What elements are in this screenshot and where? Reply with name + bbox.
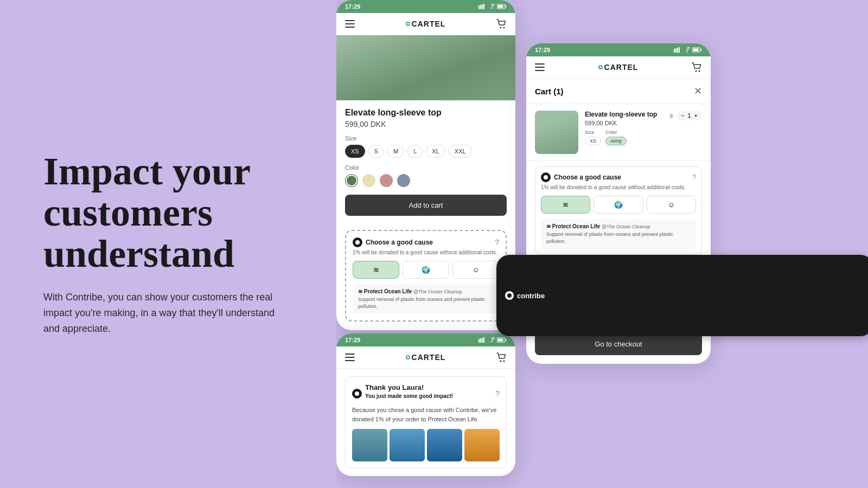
status-time: 17:29	[345, 3, 360, 10]
cart-widget-subtitle: 1% will be donated to a good cause witho…	[541, 184, 696, 190]
globe-icon: 🌍	[422, 266, 430, 274]
svg-rect-17	[482, 338, 483, 343]
color-blue[interactable]	[397, 174, 410, 187]
thank-title: Thank you Laura!	[365, 383, 453, 391]
cart-cause-globe-btn[interactable]: 🌍	[593, 196, 643, 214]
main-heading: Impact your customers understand	[43, 151, 293, 274]
cart-item-actions: 🗑 − 1 +	[669, 111, 702, 120]
thank-status-time: 17:29	[345, 337, 360, 343]
quantity-plus[interactable]: +	[694, 112, 698, 119]
color-attr-label: Color	[605, 130, 627, 135]
widget-help-icon[interactable]: ?	[495, 238, 499, 247]
product-title: Elevate long-sleeve top	[345, 108, 507, 118]
size-l[interactable]: L	[407, 145, 423, 158]
menu-icon[interactable]	[345, 20, 355, 28]
cart-brand-logo: CARTEL	[598, 63, 639, 72]
color-pink[interactable]	[380, 174, 393, 187]
svg-rect-36	[693, 49, 699, 52]
product-price: 599,00 DKK	[345, 120, 507, 129]
impact-images	[352, 429, 500, 461]
svg-point-42	[599, 66, 602, 68]
thank-help-icon[interactable]: ?	[495, 389, 500, 398]
svg-rect-2	[482, 4, 483, 9]
svg-point-13	[500, 27, 502, 29]
svg-rect-24	[345, 357, 355, 358]
product-image	[336, 35, 515, 100]
thank-title-row: Thank you Laura! You just made some good…	[352, 383, 453, 403]
svg-rect-21	[498, 339, 503, 342]
size-options: XS S M L XL XXL	[345, 145, 507, 158]
color-green[interactable]	[345, 174, 358, 187]
smile-icon: ☺	[472, 266, 479, 274]
cart-widget-title: Choose a good cause	[554, 174, 621, 181]
cart-item-title: Elevate long-sleeve top	[585, 111, 657, 118]
checkout-button[interactable]: Go to checkout	[535, 333, 702, 355]
cart-status-time: 17:29	[535, 47, 550, 53]
size-xs[interactable]: XS	[345, 145, 365, 158]
cause-ocean-btn[interactable]: ≋	[353, 261, 399, 279]
cart-cause-detail: ≋ Protect Ocean Life @The Ocean Cleanup …	[541, 219, 696, 249]
color-yellow[interactable]	[362, 174, 375, 187]
good-cause-widget: Choose a good cause ? 1% will be donated…	[345, 230, 507, 322]
impact-img-3	[427, 429, 462, 461]
svg-point-34	[686, 51, 687, 52]
cart-brand-name: CARTEL	[604, 63, 639, 72]
cart-menu-icon[interactable]	[535, 63, 545, 71]
thank-cart-icon[interactable]	[496, 352, 507, 363]
cart-icon[interactable]	[496, 18, 507, 29]
thank-you-phone: 17:29 CARTEL	[336, 333, 515, 476]
impact-img-1	[352, 429, 387, 461]
svg-point-4	[491, 8, 492, 9]
svg-rect-37	[701, 49, 702, 51]
svg-rect-30	[674, 49, 675, 53]
size-label: Size	[345, 135, 507, 142]
size-s[interactable]: S	[368, 145, 384, 158]
widget-title: Choose a good cause	[366, 239, 433, 246]
svg-rect-33	[679, 47, 680, 53]
size-xl[interactable]: XL	[426, 145, 445, 158]
svg-rect-8	[345, 20, 355, 21]
cause-desc: Support removal of plastic from oceans a…	[358, 296, 494, 310]
size-m[interactable]: M	[387, 145, 404, 158]
cart-title: Cart (1)	[535, 87, 564, 96]
quantity-minus[interactable]: −	[681, 112, 684, 119]
size-xxl[interactable]: XXL	[449, 145, 472, 158]
svg-rect-3	[483, 4, 484, 9]
svg-rect-0	[478, 5, 480, 9]
thank-you-widget: Thank you Laura! You just made some good…	[345, 376, 507, 468]
cart-item-price: 599,00 DKK	[585, 120, 657, 126]
sub-text: With Contribe, you can show your custome…	[43, 290, 293, 336]
cause-globe-btn[interactable]: 🌍	[403, 261, 449, 279]
thank-widget-header: Thank you Laura! You just made some good…	[352, 383, 500, 403]
cart-cause-smile-btn[interactable]: ☺	[647, 196, 696, 214]
svg-point-44	[699, 70, 700, 72]
svg-rect-25	[345, 360, 355, 361]
cart-cause-ocean-btn[interactable]: ≋	[541, 196, 590, 214]
impact-img-2	[390, 429, 425, 461]
cause-smile-btn[interactable]: ☺	[452, 261, 499, 279]
add-to-cart-button[interactable]: Add to cart	[345, 195, 507, 216]
svg-point-27	[407, 356, 409, 358]
svg-rect-18	[483, 337, 484, 343]
thank-menu-icon[interactable]	[345, 354, 355, 361]
svg-point-29	[503, 361, 505, 362]
svg-point-19	[491, 341, 492, 342]
cart-widget-help[interactable]: ?	[692, 174, 696, 181]
cart-header: Cart (1) ✕	[526, 79, 711, 104]
cause-icons-row: ≋ 🌍 ☺	[353, 261, 499, 279]
thank-brand-name: CARTEL	[412, 353, 446, 362]
cart-item-image	[535, 111, 578, 154]
cart-item-info: Elevate long-sleeve top 599,00 DKK	[585, 111, 657, 130]
cart-nav-icon[interactable]	[691, 62, 702, 73]
widget-header: Choose a good cause ?	[353, 237, 499, 247]
cart-cause-org: ≋ Protect Ocean Life @The Ocean Cleanup	[546, 223, 691, 229]
cart-delete-icon[interactable]: 🗑	[669, 113, 674, 119]
thank-you-section: Thank you Laura! You just made some good…	[336, 369, 515, 476]
cart-cause-widget: Choose a good cause ? 1% will be donated…	[535, 166, 702, 255]
cart-contribe-icon	[541, 172, 551, 182]
cart-widget-header: Choose a good cause ?	[541, 172, 696, 182]
cart-smile-icon: ☺	[668, 201, 675, 209]
svg-rect-23	[345, 354, 355, 355]
svg-rect-40	[535, 70, 545, 71]
cart-close-button[interactable]: ✕	[694, 85, 702, 97]
